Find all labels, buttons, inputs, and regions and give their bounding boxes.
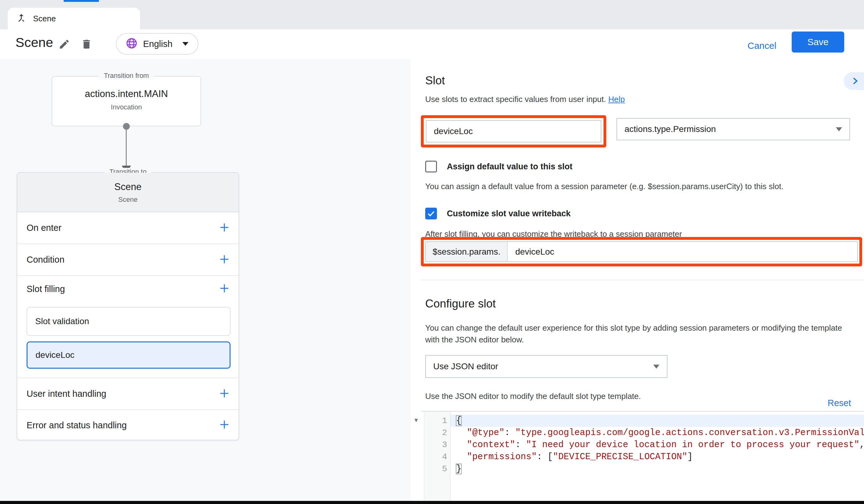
language-value: English [143, 39, 172, 49]
merge-type-icon [16, 12, 27, 25]
scene-name: Scene [17, 181, 239, 193]
language-selector[interactable]: English [116, 33, 199, 55]
reset-link[interactable]: Reset [828, 398, 851, 408]
line-number: 1 [424, 415, 450, 427]
scene-editor-app: Scene Scene English Cancel Save [0, 0, 864, 504]
editor-gutter: ▼ 1 2 3 4 5 [424, 412, 451, 502]
scene-type: Scene [17, 196, 239, 204]
json-value: "type.googleapis.com/google.actions.conv… [515, 428, 864, 438]
json-punct: ] [687, 452, 693, 462]
help-link[interactable]: Help [608, 95, 625, 104]
row-condition[interactable]: Condition [17, 244, 239, 276]
tab-label: Scene [33, 14, 56, 23]
assign-default-label: Assign default value to this slot [447, 162, 573, 171]
slot-heading: Slot [425, 74, 445, 87]
check-icon [427, 209, 435, 218]
writeback-annotation: $session.params. deviceLoc [421, 237, 862, 266]
plus-icon [218, 387, 230, 399]
json-editor[interactable]: ▼ 1 2 3 4 5 { .."@type": "type.googleapi… [421, 411, 864, 502]
code-line-1: { [451, 415, 864, 427]
line-number: 2 [424, 427, 450, 439]
slot-type-dropdown[interactable]: actions.type.Permission [616, 118, 850, 140]
collapse-panel-button[interactable] [844, 72, 864, 90]
json-key: "permissions" [467, 452, 537, 462]
chevron-right-icon [851, 77, 859, 85]
code-line-4: .."permissions": ["DEVICE_PRECISE_LOCATI… [451, 451, 864, 463]
transition-from-legend: Transition from [99, 72, 154, 80]
add-on-enter-button[interactable] [218, 221, 230, 235]
tab-bar: Scene [0, 0, 864, 29]
cancel-button[interactable]: Cancel [747, 40, 776, 51]
row-error-handling[interactable]: Error and status handling [17, 410, 239, 440]
line-number: 3 [424, 439, 450, 451]
slot-detail-panel: Slot Use slots to extract specific value… [411, 59, 864, 501]
chevron-down-icon [182, 42, 189, 46]
add-slot-button[interactable] [218, 282, 230, 296]
writeback-label: Customize slot value writeback [447, 209, 571, 218]
edit-scene-button[interactable] [58, 37, 71, 51]
add-condition-button[interactable] [218, 253, 230, 267]
plus-icon [218, 418, 230, 431]
tab-scene[interactable]: Scene [8, 8, 140, 29]
line-number: 5 [424, 463, 450, 475]
editor-code-area[interactable]: { .."@type": "type.googleapis.com/google… [451, 412, 864, 502]
json-key: "@type" [467, 428, 505, 438]
slot-name-input[interactable]: deviceLoc [426, 120, 601, 142]
connector-dot [123, 123, 130, 130]
json-punct: : [ [537, 452, 553, 462]
assign-default-row[interactable]: Assign default value to this slot [425, 161, 573, 172]
json-punct: : [505, 428, 515, 438]
slot-item-label: deviceLoc [36, 350, 74, 360]
slot-description-text: Use slots to extract specific values fro… [425, 95, 606, 104]
session-params-prefix: $session.params. [426, 242, 508, 261]
configure-slot-heading: Configure slot [425, 297, 496, 310]
intent-name: actions.intent.MAIN [52, 88, 201, 99]
editor-mode-dropdown[interactable]: Use JSON editor [425, 355, 668, 378]
row-on-enter[interactable]: On enter [17, 212, 239, 244]
fold-arrow-icon[interactable]: ▼ [415, 417, 418, 424]
assign-default-checkbox[interactable] [425, 161, 437, 172]
close-brace: } [456, 464, 461, 474]
user-intent-label: User intent handling [27, 389, 106, 399]
connector-line [126, 129, 127, 166]
add-intent-button[interactable] [218, 387, 230, 401]
slot-item-deviceloc[interactable]: deviceLoc [27, 341, 230, 369]
slot-validation-item[interactable]: Slot validation [27, 307, 230, 336]
transition-from-node[interactable]: Transition from actions.intent.MAIN Invo… [52, 76, 201, 127]
row-user-intent-handling[interactable]: User intent handling [17, 378, 239, 410]
delete-scene-button[interactable] [80, 37, 93, 51]
section-divider [421, 280, 864, 280]
plus-icon [218, 253, 230, 265]
scene-node-header[interactable]: Scene Scene [17, 173, 239, 212]
configure-slot-description: You can change the default user experien… [425, 322, 858, 346]
condition-label: Condition [27, 255, 64, 265]
writeback-row[interactable]: Customize slot value writeback [425, 208, 571, 219]
on-enter-label: On enter [27, 223, 61, 233]
bottom-edge-bar [0, 501, 864, 504]
writeback-value-input[interactable]: deviceLoc [508, 242, 857, 261]
slot-type-value: actions.type.Permission [625, 124, 716, 134]
slot-name-value: deviceLoc [434, 127, 473, 136]
json-value: "DEVICE_PRECISE_LOCATION" [553, 452, 687, 462]
json-punct: , [859, 440, 864, 450]
json-editor-hint: Use the JSON editor to modify the defaul… [425, 392, 641, 401]
code-line-2: .."@type": "type.googleapis.com/google.a… [451, 427, 864, 439]
code-line-3: .."context": "I need your device locatio… [451, 439, 864, 451]
json-key: "context" [467, 440, 515, 450]
plus-icon [218, 282, 230, 295]
row-slot-filling[interactable]: Slot filling [17, 276, 239, 302]
save-button[interactable]: Save [792, 32, 844, 52]
writeback-field[interactable]: $session.params. deviceLoc [425, 241, 858, 262]
add-error-handler-button[interactable] [218, 418, 230, 432]
dropdown-arrow-icon [836, 127, 842, 131]
editor-mode-value: Use JSON editor [433, 362, 498, 371]
code-line-5: } [451, 463, 864, 475]
json-value: "I need your device location in order to… [526, 440, 859, 450]
line-number: 4 [424, 451, 450, 463]
slot-description: Use slots to extract specific values fro… [425, 95, 625, 104]
page-title: Scene [15, 35, 53, 50]
slot-filling-label: Slot filling [27, 284, 65, 294]
writeback-checkbox[interactable] [425, 208, 437, 219]
intent-type: Invocation [52, 103, 201, 111]
assign-default-description: You can assign a default value from a se… [425, 182, 784, 191]
